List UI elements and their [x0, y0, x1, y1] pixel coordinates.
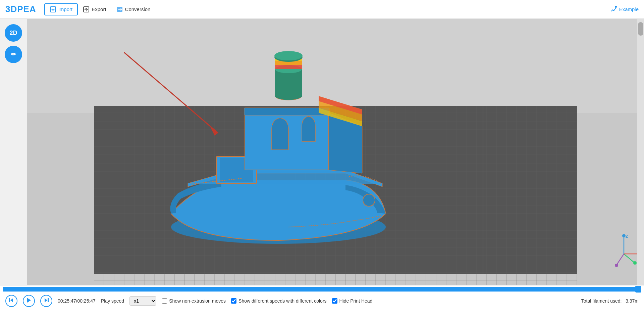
controls-row: 00:25:47/00:25:47 Play speed x1 x2 x4 x8… — [0, 292, 644, 310]
skip-button[interactable] — [40, 295, 52, 307]
total-filament-label: Total filament used: — [581, 298, 622, 304]
svg-rect-103 — [9, 298, 10, 302]
import-label: Import — [58, 6, 73, 12]
total-filament-value: 3.37m — [626, 298, 639, 304]
conversion-label: Conversion — [125, 6, 151, 12]
progress-bar[interactable] — [3, 287, 641, 292]
progress-fill — [3, 287, 641, 292]
2d-view-button[interactable]: 2D — [5, 24, 22, 42]
play-speed-label: Play speed — [101, 298, 124, 304]
edit-button[interactable]: ✏ — [5, 46, 22, 63]
show-non-extrusion-checkbox[interactable] — [162, 298, 167, 304]
show-diff-speeds-checkbox[interactable] — [231, 298, 236, 304]
svg-rect-106 — [48, 298, 49, 302]
play-icon — [26, 298, 32, 304]
export-label: Export — [92, 6, 106, 12]
hide-print-head-label: Hide Print Head — [339, 298, 373, 304]
2d-label: 2D — [9, 30, 17, 37]
total-filament-display: Total filament used: 3.37m — [581, 298, 639, 304]
speed-select[interactable]: x1 x2 x4 x8 x0.5 — [129, 296, 156, 306]
svg-rect-83 — [275, 65, 302, 69]
example-icon — [610, 5, 617, 13]
logo: 3DPEA — [5, 4, 36, 14]
svg-point-102 — [615, 264, 618, 267]
show-diff-speeds-group[interactable]: Show different speeds with different col… — [231, 298, 327, 304]
example-button[interactable]: Example — [610, 5, 639, 13]
hide-print-head-group[interactable]: Hide Print Head — [332, 298, 373, 304]
svg-point-96 — [633, 261, 637, 265]
svg-marker-104 — [10, 298, 13, 302]
left-sidebar: 2D ✏ — [0, 19, 27, 285]
time-display: 00:25:47/00:25:47 — [58, 298, 96, 304]
svg-rect-79 — [244, 108, 329, 115]
import-button[interactable]: Import — [44, 3, 78, 15]
3d-scene: Z Y X — [27, 19, 644, 285]
export-icon — [83, 6, 90, 13]
conversion-button[interactable]: Conversion — [111, 4, 156, 15]
svg-rect-5 — [27, 19, 644, 113]
export-button[interactable]: Export — [78, 4, 111, 15]
conversion-icon — [116, 6, 123, 13]
show-non-extrusion-group[interactable]: Show non-extrusion moves — [162, 298, 226, 304]
import-icon — [50, 6, 56, 13]
example-label: Example — [619, 6, 639, 12]
svg-marker-107 — [45, 298, 47, 302]
svg-text:Z: Z — [626, 234, 628, 239]
svg-marker-105 — [27, 298, 31, 303]
scroll-thumb[interactable] — [638, 22, 643, 36]
play-button[interactable] — [23, 295, 35, 307]
svg-point-87 — [274, 51, 303, 60]
edit-icon: ✏ — [11, 51, 16, 58]
bottom-bar: 00:25:47/00:25:47 Play speed x1 x2 x4 x8… — [0, 285, 644, 312]
show-non-extrusion-label: Show non-extrusion moves — [169, 298, 226, 304]
svg-point-88 — [363, 194, 375, 206]
progress-thumb[interactable] — [635, 286, 641, 293]
svg-rect-81 — [275, 69, 302, 97]
rewind-button[interactable] — [5, 295, 17, 307]
rewind-icon — [9, 298, 14, 304]
show-diff-speeds-label: Show different speeds with different col… — [238, 298, 327, 304]
right-scrollbar[interactable] — [637, 19, 644, 285]
svg-point-3 — [615, 6, 617, 8]
svg-point-93 — [622, 234, 626, 237]
viewport[interactable]: Z Y X — [27, 19, 644, 285]
skip-icon — [44, 298, 49, 304]
hide-print-head-checkbox[interactable] — [332, 298, 337, 304]
header: 3DPEA Import Export Conversion — [0, 0, 644, 19]
